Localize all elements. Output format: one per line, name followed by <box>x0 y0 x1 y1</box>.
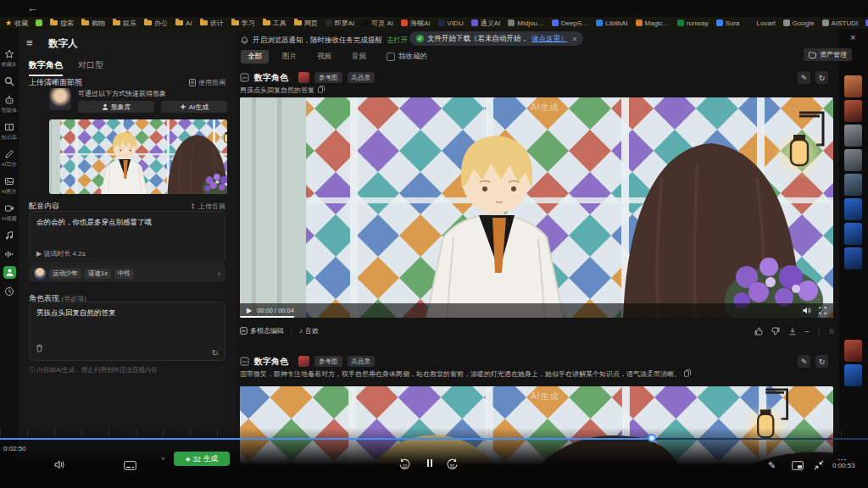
rail-item-wave[interactable] <box>3 247 16 260</box>
asset-thumbnail[interactable] <box>844 364 862 386</box>
download-icon[interactable] <box>788 327 797 336</box>
bookmark-item[interactable]: 可灵 AI <box>362 19 393 28</box>
bookmark-item[interactable] <box>36 19 42 26</box>
bookmark-item[interactable]: 办公 <box>144 19 168 28</box>
edit-icon[interactable]: ✎ <box>798 71 810 84</box>
performance-text[interactable]: 男孩点头回复自然的答复 <box>36 308 218 319</box>
pause-icon[interactable] <box>427 459 432 467</box>
asset-thumbnail[interactable] <box>844 100 862 122</box>
bookmark-item[interactable]: VIDU <box>438 19 464 27</box>
reference-thumb[interactable] <box>298 356 309 367</box>
checkbox-icon[interactable] <box>387 53 395 61</box>
bookmark-item[interactable]: 网页 <box>294 19 318 28</box>
asset-thumbnail[interactable] <box>844 198 862 220</box>
fullscreen-icon[interactable] <box>819 307 826 314</box>
notice-close-icon[interactable]: × <box>850 32 855 42</box>
regenerate-icon[interactable]: ↻ <box>815 355 828 368</box>
filter-tab-1[interactable]: 图片 <box>275 50 303 64</box>
rail-item-AI写作[interactable]: AI写作 <box>1 147 17 169</box>
playhead-handle[interactable] <box>648 434 656 442</box>
asset-thumbnail[interactable] <box>844 75 862 97</box>
thumbs-up-icon[interactable] <box>754 327 763 336</box>
bookmark-item[interactable]: 购物 <box>81 19 105 28</box>
bookmark-item[interactable]: 海螺AI <box>401 19 431 28</box>
edit-icon[interactable]: ✎ <box>798 355 810 368</box>
trash-icon[interactable] <box>36 341 43 356</box>
bookmark-item[interactable]: Sora <box>716 19 740 27</box>
bookmark-item[interactable]: Google <box>783 19 815 27</box>
favorite-star-icon[interactable]: ☆ <box>828 327 835 336</box>
copy-icon[interactable] <box>684 369 691 379</box>
edit-pencil-icon[interactable]: ✎ <box>768 460 776 471</box>
guide-link[interactable]: 使用指南 <box>189 78 225 87</box>
toast-link[interactable]: 请点这里） <box>531 34 568 44</box>
reference-thumb[interactable] <box>298 72 309 83</box>
asset-thumbnail[interactable] <box>844 247 862 269</box>
ai-generate-button[interactable]: AI生成 <box>161 101 227 113</box>
rail-item-human[interactable] <box>3 266 16 279</box>
bookmark-item[interactable]: runway <box>677 19 709 27</box>
bookmark-item[interactable]: Midjou… <box>508 19 544 27</box>
rail-item-知识库[interactable]: 知识库 <box>1 120 18 141</box>
character-preview-image[interactable] <box>49 119 227 194</box>
bookmark-item[interactable]: 娱乐 <box>113 19 136 28</box>
toast-close-icon[interactable]: × <box>573 35 577 43</box>
back-icon[interactable]: ← <box>27 2 38 14</box>
voice-text[interactable]: 会的会的，你也是多穿点别感冒了哦 <box>36 217 218 228</box>
play-preview-icon[interactable]: ▶ <box>36 250 42 258</box>
performance-text-box[interactable]: 男孩点头回复自然的答复 ↻ <box>29 302 225 361</box>
rail-item-music[interactable] <box>3 229 16 241</box>
volume-icon[interactable] <box>803 307 812 314</box>
tab-digital-role[interactable]: 数字角色 <box>29 59 63 76</box>
voice-duration[interactable]: ▶ 说话时长 4.2s <box>36 249 86 258</box>
bookmark-item[interactable]: 工具 <box>263 19 287 28</box>
asset-thumbnail[interactable] <box>844 149 862 171</box>
more-dots-icon[interactable]: ⋯ <box>837 454 847 465</box>
video-player[interactable]: AI生成 ▶ 00:00 / 00:04 <box>240 97 833 318</box>
speaker-icon[interactable] <box>54 460 65 469</box>
asset-manager-button[interactable]: 资产管理 <box>804 48 852 61</box>
generate-button[interactable]: ◆ 32 生成 <box>174 452 230 466</box>
video-progress[interactable] <box>240 316 294 318</box>
asset-thumbnail[interactable] <box>844 223 862 245</box>
rail-item-AI视频[interactable]: AI视频 <box>1 202 17 223</box>
favorites-filter[interactable]: 我收藏的 <box>387 52 427 62</box>
bookmark-item[interactable]: 通义AI <box>471 19 501 28</box>
rail-item-收藏夹[interactable]: 收藏夹 <box>1 47 18 69</box>
bookmark-item[interactable]: AISTUDI <box>822 19 859 27</box>
rail-item-AI图片[interactable]: AI图片 <box>1 175 17 196</box>
voice-selector[interactable]: 运动少年语速1x中性 › <box>29 264 225 282</box>
asset-thumbnail[interactable] <box>844 340 862 362</box>
menu-icon[interactable]: ≡ <box>26 36 33 49</box>
refresh-icon[interactable]: ↻ <box>212 348 219 358</box>
rewind-10-icon[interactable]: 10 <box>398 458 411 471</box>
timeline-track[interactable] <box>0 438 868 440</box>
rail-item-search[interactable] <box>3 75 16 87</box>
generate-dropdown-icon[interactable]: ˅ <box>161 455 165 463</box>
filter-tab-3[interactable]: 音频 <box>345 50 373 64</box>
pip-icon[interactable] <box>792 461 804 470</box>
play-icon[interactable]: ▶ <box>247 307 252 314</box>
tab-lip-sync[interactable]: 对口型 <box>78 59 103 76</box>
copy-icon[interactable] <box>318 86 325 95</box>
thumbs-down-icon[interactable] <box>771 327 780 336</box>
rail-item-clock[interactable] <box>3 285 16 297</box>
shrink-icon[interactable] <box>814 460 824 470</box>
filter-tab-2[interactable]: 视频 <box>310 50 338 64</box>
bookmark-item[interactable]: 搜索 <box>50 19 74 28</box>
filter-tab-0[interactable]: 全部 <box>241 50 269 64</box>
bookmark-item[interactable]: 即梦AI <box>326 19 355 28</box>
subtitle-icon[interactable] <box>124 461 136 470</box>
regenerate-icon[interactable]: ↻ <box>815 71 828 84</box>
bookmark-item[interactable]: ★收藏 <box>5 19 28 28</box>
image-library-button[interactable]: 形象库 <box>78 101 154 113</box>
upload-audio-button[interactable]: ↥ 上传音频 <box>190 202 225 211</box>
upload-avatar[interactable] <box>49 88 71 110</box>
notice-open-link[interactable]: 去打开 <box>387 36 409 46</box>
voice-text-box[interactable]: 会的会的，你也是多穿点别感冒了哦 ▶ 说话时长 4.2s <box>29 211 225 263</box>
sound-effect-button[interactable]: ♪音效 <box>299 326 319 336</box>
more-dash-icon[interactable]: – <box>805 327 810 336</box>
asset-thumbnail[interactable] <box>844 125 862 147</box>
bookmark-item[interactable]: 设计 <box>200 19 224 28</box>
bookmark-item[interactable]: DeepS… <box>552 19 588 27</box>
